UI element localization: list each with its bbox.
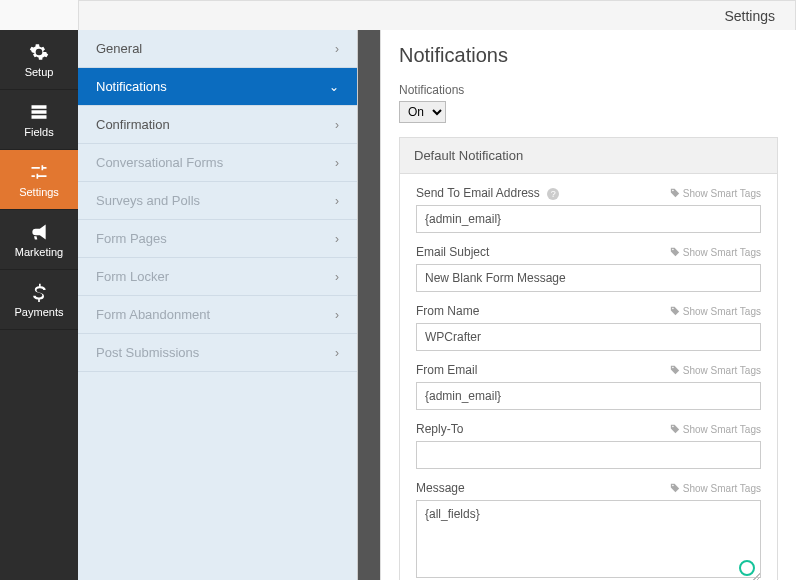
sliders-icon [29, 162, 49, 182]
divider-gap [358, 30, 380, 580]
left-nav: Setup Fields Settings Marketing Payments [0, 30, 78, 580]
chevron-right-icon: › [335, 118, 339, 132]
top-bar-title: Settings [724, 8, 775, 24]
nav-settings[interactable]: Settings [0, 150, 78, 210]
help-icon[interactable]: ? [547, 188, 559, 200]
from-email-label: From Email [416, 363, 477, 377]
sub-confirmation[interactable]: Confirmation› [78, 106, 357, 144]
show-smart-tags[interactable]: Show Smart Tags [670, 247, 761, 258]
nav-setup[interactable]: Setup [0, 30, 78, 90]
sub-post-submissions[interactable]: Post Submissions› [78, 334, 357, 372]
sub-general[interactable]: General› [78, 30, 357, 68]
nav-label: Fields [24, 126, 53, 138]
top-bar: Settings [78, 0, 796, 30]
tag-icon [670, 424, 680, 434]
chevron-right-icon: › [335, 194, 339, 208]
field-from-email: From Email Show Smart Tags [416, 363, 761, 410]
field-subject: Email Subject Show Smart Tags [416, 245, 761, 292]
bullhorn-icon [29, 222, 49, 242]
chevron-down-icon: ⌄ [329, 80, 339, 94]
content-panel: Notifications Notifications On Default N… [380, 30, 796, 580]
send-to-input[interactable] [416, 205, 761, 233]
from-name-label: From Name [416, 304, 479, 318]
sub-notifications[interactable]: Notifications⌄ [78, 68, 357, 106]
subject-label: Email Subject [416, 245, 489, 259]
notifications-toggle-label: Notifications [399, 83, 778, 97]
show-smart-tags[interactable]: Show Smart Tags [670, 188, 761, 199]
sub-surveys-polls[interactable]: Surveys and Polls› [78, 182, 357, 220]
sub-form-abandonment[interactable]: Form Abandonment› [78, 296, 357, 334]
reply-to-label: Reply-To [416, 422, 463, 436]
nav-label: Settings [19, 186, 59, 198]
nav-label: Setup [25, 66, 54, 78]
chevron-right-icon: › [335, 156, 339, 170]
panel-title: Default Notification [400, 138, 777, 174]
field-message: Message Show Smart Tags [416, 481, 761, 580]
nav-fields[interactable]: Fields [0, 90, 78, 150]
dollar-icon [29, 282, 49, 302]
chevron-right-icon: › [335, 42, 339, 56]
tag-icon [670, 365, 680, 375]
reply-to-input[interactable] [416, 441, 761, 469]
chevron-right-icon: › [335, 346, 339, 360]
list-icon [29, 102, 49, 122]
default-notification-panel: Default Notification Send To Email Addre… [399, 137, 778, 580]
message-label: Message [416, 481, 465, 495]
send-to-label: Send To Email Address ? [416, 186, 559, 200]
sub-form-locker[interactable]: Form Locker› [78, 258, 357, 296]
tag-icon [670, 247, 680, 257]
field-send-to: Send To Email Address ? Show Smart Tags [416, 186, 761, 233]
from-name-input[interactable] [416, 323, 761, 351]
chevron-right-icon: › [335, 232, 339, 246]
from-email-input[interactable] [416, 382, 761, 410]
field-reply-to: Reply-To Show Smart Tags [416, 422, 761, 469]
show-smart-tags[interactable]: Show Smart Tags [670, 424, 761, 435]
page-heading: Notifications [399, 44, 778, 67]
nav-label: Marketing [15, 246, 63, 258]
show-smart-tags[interactable]: Show Smart Tags [670, 483, 761, 494]
nav-payments[interactable]: Payments [0, 270, 78, 330]
show-smart-tags[interactable]: Show Smart Tags [670, 365, 761, 376]
message-textarea[interactable] [416, 500, 761, 578]
show-smart-tags[interactable]: Show Smart Tags [670, 306, 761, 317]
nav-marketing[interactable]: Marketing [0, 210, 78, 270]
chevron-right-icon: › [335, 308, 339, 322]
notifications-toggle-row: Notifications On [399, 83, 778, 123]
nav-label: Payments [15, 306, 64, 318]
tag-icon [670, 188, 680, 198]
tag-icon [670, 483, 680, 493]
sub-form-pages[interactable]: Form Pages› [78, 220, 357, 258]
gear-icon [29, 42, 49, 62]
notifications-toggle-select[interactable]: On [399, 101, 446, 123]
chevron-right-icon: › [335, 270, 339, 284]
tag-icon [670, 306, 680, 316]
settings-submenu: General› Notifications⌄ Confirmation› Co… [78, 30, 358, 580]
resize-handle-icon[interactable] [752, 573, 760, 580]
field-from-name: From Name Show Smart Tags [416, 304, 761, 351]
subject-input[interactable] [416, 264, 761, 292]
sub-conversational-forms[interactable]: Conversational Forms› [78, 144, 357, 182]
